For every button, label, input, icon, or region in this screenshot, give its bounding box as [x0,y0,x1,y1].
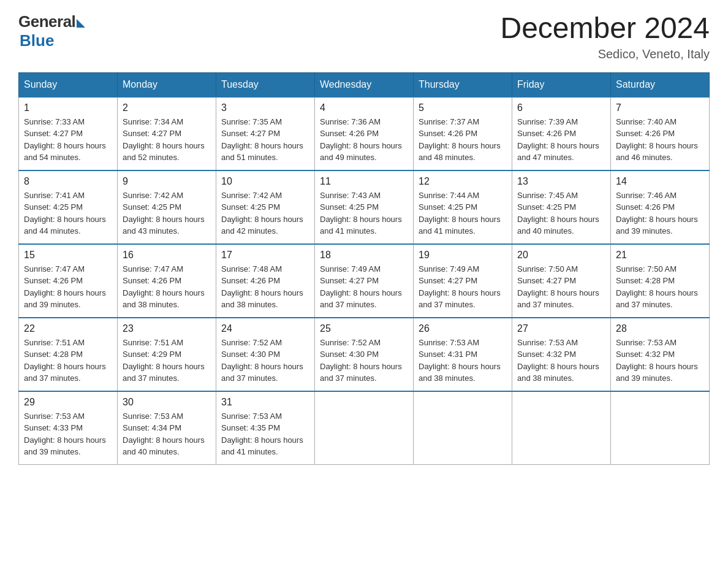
sunrise-label: Sunrise: [616,191,647,200]
sunset-time: 4:25 PM [251,202,280,212]
sunrise-time: 7:53 AM [548,338,578,347]
daylight-minutes: and 42 minutes. [221,226,278,236]
sunset-label: Sunset: [616,350,645,359]
logo-arrow-icon [77,19,85,28]
sunrise-label: Sunrise: [24,412,55,421]
day-number: 25 [320,323,408,334]
sunset-time: 4:27 PM [547,276,576,285]
daylight-minutes: and 37 minutes. [221,373,278,383]
sunset-time: 4:35 PM [251,423,280,432]
sunset-label: Sunset: [517,350,547,359]
table-row: 30 Sunrise: 7:53 AM Sunset: 4:34 PM Dayl… [118,391,216,465]
day-info: Sunrise: 7:50 AM Sunset: 4:27 PM Dayligh… [517,263,605,311]
calendar-table: Sunday Monday Tuesday Wednesday Thursday… [18,72,710,465]
col-tuesday: Tuesday [216,72,315,97]
sunrise-time: 7:48 AM [252,264,282,274]
daylight-label: Daylight: 8 hours hours [517,288,599,297]
sunset-time: 4:28 PM [645,276,675,285]
day-number: 20 [517,250,605,261]
sunset-label: Sunset: [123,350,152,359]
daylight-minutes: and 39 minutes. [24,447,81,456]
sunrise-label: Sunrise: [221,412,252,421]
sunrise-time: 7:50 AM [647,264,677,274]
daylight-minutes: and 37 minutes. [419,300,476,309]
daylight-minutes: and 44 minutes. [24,226,81,236]
daylight-label: Daylight: 8 hours hours [320,362,402,371]
sunset-time: 4:27 PM [251,129,280,138]
sunrise-label: Sunrise: [24,338,55,347]
sunrise-time: 7:45 AM [548,191,578,200]
daylight-minutes: and 40 minutes. [517,226,574,236]
day-number: 3 [221,102,309,113]
sunset-time: 4:26 PM [251,276,280,285]
sunset-time: 4:26 PM [349,129,379,138]
table-row: 31 Sunrise: 7:53 AM Sunset: 4:35 PM Dayl… [216,391,315,465]
day-info: Sunrise: 7:53 AM Sunset: 4:32 PM Dayligh… [517,337,605,385]
day-number: 1 [24,102,112,113]
table-row: 2 Sunrise: 7:34 AM Sunset: 4:27 PM Dayli… [118,97,216,170]
sunrise-label: Sunrise: [123,264,154,274]
sunset-time: 4:26 PM [547,129,576,138]
day-info: Sunrise: 7:53 AM Sunset: 4:35 PM Dayligh… [221,410,309,458]
table-row: 23 Sunrise: 7:51 AM Sunset: 4:29 PM Dayl… [118,318,216,391]
daylight-label: Daylight: 8 hours hours [616,362,698,371]
day-number: 18 [320,250,408,261]
sunrise-label: Sunrise: [419,338,450,347]
table-row: 27 Sunrise: 7:53 AM Sunset: 4:32 PM Dayl… [512,318,611,391]
daylight-minutes: and 49 minutes. [320,153,377,162]
sunrise-time: 7:50 AM [548,264,578,274]
daylight-label: Daylight: 8 hours hours [419,288,501,297]
daylight-minutes: and 51 minutes. [221,153,278,162]
daylight-minutes: and 38 minutes. [517,373,574,383]
day-number: 11 [320,176,408,187]
sunset-label: Sunset: [221,202,251,212]
sunrise-label: Sunrise: [517,117,548,126]
day-info: Sunrise: 7:43 AM Sunset: 4:25 PM Dayligh… [320,190,408,237]
day-info: Sunrise: 7:53 AM Sunset: 4:32 PM Dayligh… [616,337,704,385]
sunset-label: Sunset: [320,202,349,212]
sunrise-time: 7:42 AM [154,191,183,200]
daylight-minutes: and 40 minutes. [123,447,180,456]
daylight-label: Daylight: 8 hours hours [221,435,303,445]
sunset-label: Sunset: [616,202,645,212]
sunset-label: Sunset: [24,276,53,285]
sunset-time: 4:32 PM [547,350,576,359]
day-info: Sunrise: 7:42 AM Sunset: 4:25 PM Dayligh… [221,190,309,237]
sunrise-label: Sunrise: [419,117,450,126]
day-number: 12 [419,176,507,187]
day-number: 24 [221,323,309,334]
sunrise-label: Sunrise: [320,338,351,347]
sunrise-time: 7:47 AM [55,264,85,274]
day-number: 21 [616,250,704,261]
daylight-label: Daylight: 8 hours hours [123,141,205,150]
daylight-minutes: and 41 minutes. [419,226,476,236]
table-row: 9 Sunrise: 7:42 AM Sunset: 4:25 PM Dayli… [118,170,216,244]
table-row: 17 Sunrise: 7:48 AM Sunset: 4:26 PM Dayl… [216,244,315,318]
sunrise-label: Sunrise: [616,264,647,274]
sunrise-time: 7:52 AM [252,338,282,347]
sunset-time: 4:26 PM [645,129,675,138]
table-row [611,391,710,465]
day-info: Sunrise: 7:42 AM Sunset: 4:25 PM Dayligh… [123,190,211,237]
day-info: Sunrise: 7:41 AM Sunset: 4:25 PM Dayligh… [24,190,112,237]
sunrise-label: Sunrise: [616,117,647,126]
table-row: 21 Sunrise: 7:50 AM Sunset: 4:28 PM Dayl… [611,244,710,318]
sunrise-label: Sunrise: [419,264,450,274]
day-info: Sunrise: 7:53 AM Sunset: 4:31 PM Dayligh… [419,337,507,385]
sunset-label: Sunset: [123,423,152,432]
sunset-time: 4:32 PM [645,350,675,359]
day-info: Sunrise: 7:33 AM Sunset: 4:27 PM Dayligh… [24,116,112,164]
table-row: 10 Sunrise: 7:42 AM Sunset: 4:25 PM Dayl… [216,170,315,244]
daylight-label: Daylight: 8 hours hours [123,288,205,297]
day-info: Sunrise: 7:53 AM Sunset: 4:33 PM Dayligh… [24,410,112,458]
day-number: 4 [320,102,408,113]
table-row: 4 Sunrise: 7:36 AM Sunset: 4:26 PM Dayli… [315,97,414,170]
sunrise-label: Sunrise: [419,191,450,200]
sunset-time: 4:27 PM [448,276,477,285]
sunset-label: Sunset: [221,423,251,432]
sunrise-label: Sunrise: [616,338,647,347]
day-number: 30 [123,397,211,408]
sunset-label: Sunset: [419,276,448,285]
day-info: Sunrise: 7:52 AM Sunset: 4:30 PM Dayligh… [320,337,408,385]
sunrise-label: Sunrise: [320,117,351,126]
